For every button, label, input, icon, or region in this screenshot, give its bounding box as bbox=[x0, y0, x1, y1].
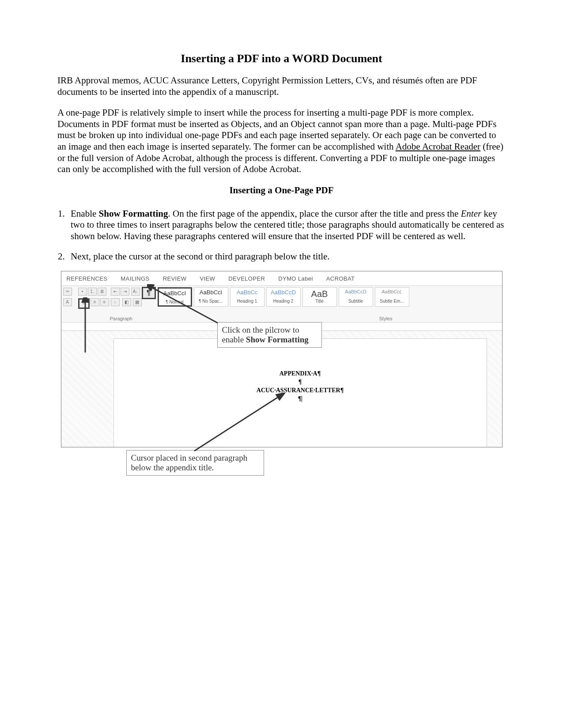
word-screenshot-figure: REFERENCES MAILINGS REVIEW VIEW DEVELOPE… bbox=[61, 271, 503, 483]
doc-line-3: ACUC·ASSURANCE·LETTER¶ bbox=[114, 387, 487, 395]
style-normal[interactable]: AaBbCcI ¶ Normal bbox=[158, 287, 192, 307]
style-em-sample: AaBbCcL bbox=[375, 288, 409, 299]
intro-paragraph-1: IRB Approval memos, ACUC Assurance Lette… bbox=[57, 75, 506, 98]
doc-line-1: APPENDIX·A¶ bbox=[114, 370, 487, 378]
align-center-icon[interactable]: ≡ bbox=[91, 298, 99, 306]
style-sub-sample: AaBbCcD bbox=[339, 288, 373, 299]
style-title-label: Title bbox=[303, 299, 336, 304]
step-2: Next, place the cursor at the second or … bbox=[67, 251, 506, 263]
style-h1-sample: AaBbCc bbox=[230, 288, 264, 299]
style-subtitle[interactable]: AaBbCcD Subtitle bbox=[339, 287, 373, 307]
align-right-icon[interactable]: ≡ bbox=[100, 298, 109, 306]
callout-cursor: Cursor placed in second paragraph below … bbox=[126, 450, 264, 476]
style-h2-label: Heading 2 bbox=[267, 299, 300, 304]
style-subtle-emphasis[interactable]: AaBbCcL Subtle Em... bbox=[375, 287, 409, 307]
instruction-list: Enable Show Formatting. On the first pag… bbox=[57, 208, 506, 262]
document-page[interactable]: APPENDIX·A¶ ¶ ACUC·ASSURANCE·LETTER¶ ¶ bbox=[113, 338, 487, 447]
tab-view[interactable]: VIEW bbox=[200, 275, 215, 282]
line-spacing-icon[interactable]: ↕ bbox=[111, 298, 120, 306]
tab-review[interactable]: REVIEW bbox=[163, 275, 187, 282]
ribbon-tabs: REFERENCES MAILINGS REVIEW VIEW DEVELOPE… bbox=[61, 271, 502, 286]
doc-line-2: ¶ bbox=[114, 378, 487, 387]
section-subhead: Inserting a One-Page PDF bbox=[57, 185, 506, 196]
style-heading1[interactable]: AaBbCc Heading 1 bbox=[230, 287, 264, 307]
paragraph-group-label: Paragraph bbox=[110, 316, 132, 321]
step1-b-bold: Show Formatting bbox=[99, 208, 168, 219]
style-em-label: Subtle Em... bbox=[375, 299, 409, 304]
style-sub-label: Subtitle bbox=[339, 299, 373, 304]
style-normal-label: ¶ Normal bbox=[159, 300, 191, 304]
callout-pilcrow: Click on the pilcrow to enable Show Form… bbox=[217, 322, 322, 348]
intro-paragraph-2: A one-page PDF is relatively simple to i… bbox=[57, 107, 506, 175]
step1-a: Enable bbox=[71, 208, 99, 219]
page-title: Inserting a PDF into a WORD Document bbox=[57, 52, 506, 65]
format-painter-icon[interactable]: ✂ bbox=[63, 288, 72, 296]
tab-mailings[interactable]: MAILINGS bbox=[121, 275, 149, 282]
borders-icon[interactable]: ▦ bbox=[133, 298, 142, 306]
word-window: REFERENCES MAILINGS REVIEW VIEW DEVELOPE… bbox=[61, 271, 503, 447]
style-normal-sample: AaBbCcI bbox=[159, 289, 191, 300]
numbering-icon[interactable]: 1. bbox=[88, 288, 97, 296]
ribbon: ✂ A • 1. ≣ ⇤ ⇥ A↓ ≡ ≡ ≡ ↕ ◧ ▦ ¶ Paragrap… bbox=[61, 286, 502, 323]
style-h2-sample: AaBbCcD bbox=[267, 288, 300, 299]
styles-group-label: Styles bbox=[379, 316, 393, 321]
style-heading2[interactable]: AaBbCcD Heading 2 bbox=[266, 287, 301, 307]
decrease-indent-icon[interactable]: ⇤ bbox=[111, 288, 120, 296]
step-1: Enable Show Formatting. On the first pag… bbox=[67, 208, 506, 242]
tab-references[interactable]: REFERENCES bbox=[67, 275, 108, 282]
shading-icon[interactable]: ◧ bbox=[122, 298, 131, 306]
bullets-icon[interactable]: • bbox=[78, 288, 87, 296]
style-nospac-label: ¶ No Spac... bbox=[194, 299, 228, 304]
callout1-b: Show Formatting bbox=[246, 335, 309, 344]
document-content: APPENDIX·A¶ ¶ ACUC·ASSURANCE·LETTER¶ ¶ bbox=[114, 370, 487, 403]
adobe-reader-link[interactable]: Adobe Acrobat Reader bbox=[396, 141, 480, 152]
sort-icon[interactable]: A↓ bbox=[131, 288, 140, 296]
text-cursor bbox=[302, 396, 302, 402]
tab-developer[interactable]: DEVELOPER bbox=[228, 275, 265, 282]
step1-c: . On the first page of the appendix, pla… bbox=[168, 208, 461, 219]
tab-acrobat[interactable]: ACROBAT bbox=[326, 275, 355, 282]
style-nospac-sample: AaBbCcI bbox=[194, 288, 228, 299]
align-left-icon[interactable]: ≡ bbox=[78, 298, 90, 309]
tab-dymo[interactable]: DYMO Label bbox=[278, 275, 313, 282]
multilevel-list-icon[interactable]: ≣ bbox=[98, 288, 106, 296]
style-title-sample: AaB bbox=[303, 288, 336, 299]
font-color-icon[interactable]: A bbox=[63, 298, 72, 306]
doc-line-4: ¶ bbox=[114, 395, 487, 403]
style-h1-label: Heading 1 bbox=[230, 299, 264, 304]
style-no-spacing[interactable]: AaBbCcI ¶ No Spac... bbox=[194, 287, 228, 307]
style-title[interactable]: AaB Title bbox=[302, 287, 337, 307]
pilcrow-button[interactable]: ¶ bbox=[142, 287, 156, 299]
step1-d-italic: Enter bbox=[461, 208, 482, 219]
increase-indent-icon[interactable]: ⇥ bbox=[121, 288, 129, 296]
